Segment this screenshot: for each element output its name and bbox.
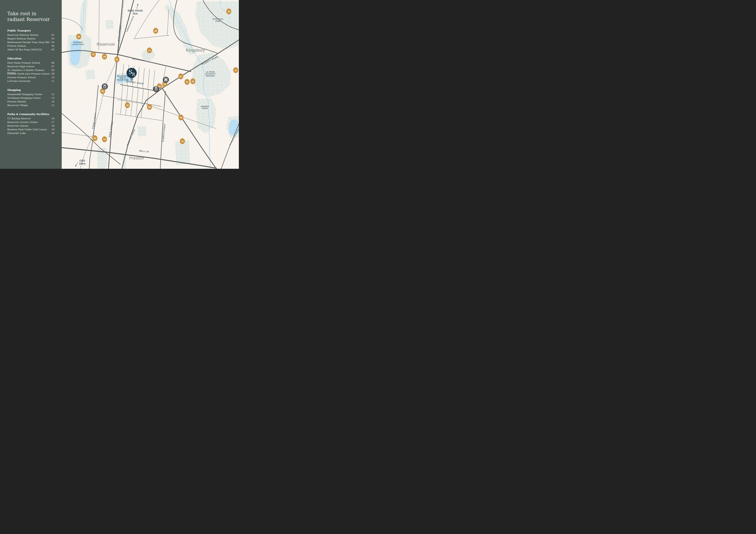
legend-item-number: 09: [51, 72, 54, 75]
map-marker-18: 18: [102, 54, 107, 60]
legend-section: Public TransportReservoir Railway Statio…: [7, 29, 54, 52]
legend-item-label: Northland Shopping Centre: [7, 97, 41, 99]
legend-item-number: 03: [51, 41, 54, 44]
marker-number: 01: [116, 58, 118, 61]
area-label: LA TROBEUNIVERSITYGROUNDS: [205, 71, 216, 77]
legend-item-label: Preston Primary School: [7, 76, 36, 79]
marker-number: 12: [186, 81, 188, 83]
suburb-label: Preston: [129, 156, 144, 161]
legend-item: St. Stephen’s Catholic Primary School08: [7, 69, 54, 72]
legend-item: Reservoir Leisure Centre17: [7, 121, 54, 124]
legend-item: Northland Shopping Centre13: [7, 97, 54, 100]
legend-section-heading: Shopping: [7, 89, 54, 91]
park-patch: [85, 69, 95, 79]
legend-item-label: Reservoir Village: [7, 104, 28, 107]
legend-item-number: 01: [51, 34, 54, 37]
legend-item-number: 17: [51, 121, 54, 124]
map-marker-04: 04: [93, 135, 97, 141]
park-patch: [138, 126, 147, 137]
park-patch: [105, 19, 114, 29]
marker-number: 05: [163, 83, 166, 85]
legend-item: Preston North East Primary School09: [7, 72, 54, 76]
train-icon: [102, 83, 108, 89]
marker-number: 07: [179, 75, 182, 78]
legend-item: Boldrewood Parade Tram Stop (86)03: [7, 41, 54, 45]
legend-item-label: Preston North East Primary School: [7, 72, 49, 75]
legend-item-number: 16: [51, 117, 54, 120]
suburb-label: Reservoir: [97, 42, 115, 47]
legend-item-label: Reservoir Railway Station: [7, 34, 39, 37]
legend-item-number: 15: [51, 104, 54, 107]
map-marker-08: 08: [153, 28, 158, 34]
map-marker-13: 13: [180, 138, 185, 144]
legend-section: ShoppingSummerhill Shopping Centre12Nort…: [7, 89, 54, 108]
map-marker-15: 15: [91, 51, 96, 57]
marker-number: 09: [180, 116, 182, 119]
suburb-label: Kingsbury: [186, 48, 205, 53]
map-marker-11: 11: [233, 67, 238, 73]
legend-item: Preston Station04: [7, 45, 54, 48]
park-patch: [97, 147, 108, 169]
legend-section-heading: Education: [7, 57, 54, 60]
legend-item-label: Edwardes Lake: [7, 132, 26, 135]
legend-item-number: 20: [51, 132, 54, 135]
legend-item-number: 14: [51, 100, 54, 103]
brochure-page: Take root inradiant Reservoir Public Tra…: [0, 0, 239, 169]
annotation-text: CBD: [79, 160, 85, 162]
legend-section: Parks & Community FacilitiesCT Barling R…: [7, 113, 54, 136]
legend-item-number: 08: [51, 69, 54, 71]
legend-item-label: Regent Railway Station: [7, 37, 36, 40]
legend-item-number: 02: [51, 37, 54, 40]
marker-number: 15: [92, 53, 94, 56]
legend-sections: Public TransportReservoir Railway Statio…: [7, 29, 54, 136]
legend-item-label: LaTrobe University: [7, 80, 31, 83]
legend-item-label: Reservoir High School: [7, 65, 34, 68]
legend-item: Reservoir Library18: [7, 124, 54, 128]
map-marker-14: 14: [102, 136, 107, 142]
logo-letter-r: R: [132, 72, 135, 77]
legend-item-number: 07: [51, 65, 54, 68]
annotation-text: RING ROAD: [128, 10, 143, 12]
legend-item-number: 12: [51, 93, 54, 96]
map-marker-01: 01: [115, 57, 120, 62]
legend-sidebar: Take root inradiant Reservoir Public Tra…: [0, 0, 62, 169]
marker-number: 18: [103, 55, 106, 58]
legend-item-number: 19: [51, 128, 54, 131]
map-marker-16: 16: [190, 78, 196, 84]
marker-number: 08: [154, 30, 157, 32]
legend-item: Reservoir Railway Station01: [7, 34, 54, 37]
legend-item-label: Albert St Bus Stop (566/522): [7, 48, 42, 51]
legend-item-number: 06: [51, 62, 54, 64]
legend-item-label: Summerhill Shopping Centre: [7, 93, 42, 96]
map-marker-12: 12: [185, 79, 190, 85]
marker-number: 02: [101, 90, 104, 92]
area-label: EDWARDSLAKES PARK: [72, 41, 84, 45]
legend-item-number: 11: [51, 80, 54, 83]
legend-item-label: Boldrewood Parade Tram Stop (86): [7, 41, 50, 44]
map-marker-09: 09: [178, 114, 183, 120]
legend-item-label: Preston Station: [7, 45, 26, 47]
legend-item-number: 04: [51, 45, 54, 47]
legend-item: Summerhill Shopping Centre12: [7, 93, 54, 97]
legend-item: LaTrobe University11: [7, 80, 54, 83]
legend-item-label: Reservoir Library: [7, 124, 29, 127]
legend-item: Preston Primary School10: [7, 76, 54, 80]
marker-number: 20: [77, 35, 80, 38]
marker-number: 10: [126, 104, 129, 107]
legend-item-label: Preston Market: [7, 100, 26, 103]
bus-icon: [163, 77, 169, 83]
marker-number: 13: [181, 140, 184, 142]
annotation-text: 10km: [79, 163, 86, 165]
map-marker-19: 19: [226, 9, 231, 14]
annotation-text: 5km: [133, 12, 138, 15]
legend-item: Preston Market14: [7, 100, 54, 104]
map-marker-06: 06: [147, 104, 152, 110]
legend-section-heading: Public Transport: [7, 29, 54, 32]
legend-item: Reservoir Village15: [7, 104, 54, 108]
map-marker-20: 20: [76, 34, 81, 39]
legend-item: CT Barling Reserve16: [7, 117, 54, 121]
legend-item-number: 18: [51, 124, 54, 127]
map-marker-10: 10: [125, 102, 130, 108]
legend-item: Albert St Bus Stop (566/522)05: [7, 48, 54, 52]
marker-number: 17: [148, 49, 151, 52]
